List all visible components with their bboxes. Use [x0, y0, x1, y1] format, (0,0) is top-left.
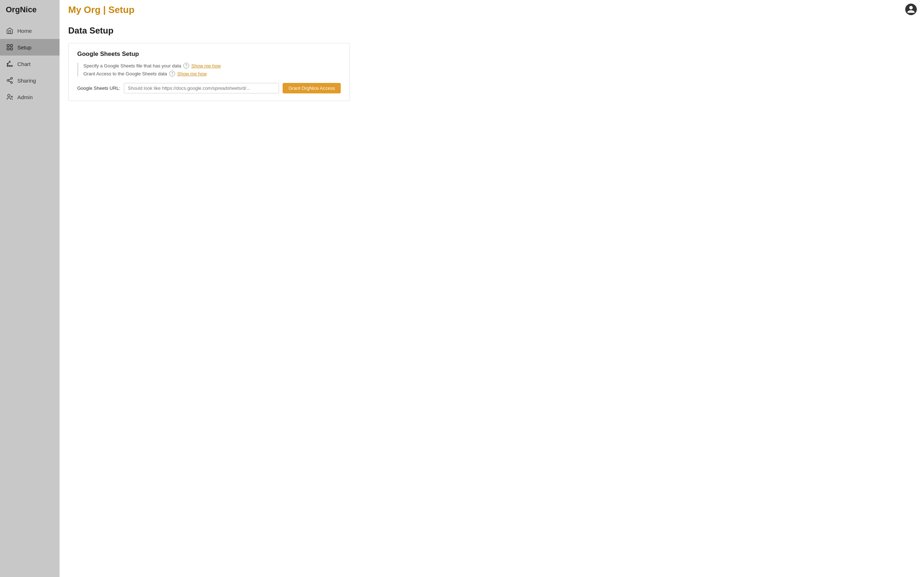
setup-icon [6, 43, 14, 51]
page-header-title: My Org | Setup [68, 4, 915, 16]
user-icon [907, 5, 915, 14]
google-sheets-url-input[interactable] [124, 83, 279, 93]
main-content: Data Setup Google Sheets Setup Specify a… [60, 18, 924, 108]
svg-point-18 [8, 95, 10, 97]
show-me-how-link-2[interactable]: Show me how [177, 71, 207, 76]
url-row: Google Sheets URL: Grant OrgNice Access [77, 83, 341, 93]
svg-line-9 [8, 62, 10, 64]
svg-point-15 [11, 82, 13, 83]
sidebar-label-admin: Admin [17, 94, 33, 100]
sidebar-label-home: Home [17, 28, 32, 34]
user-avatar-button[interactable] [905, 3, 917, 15]
show-me-how-link-1[interactable]: Show me how [191, 63, 221, 69]
svg-rect-0 [7, 45, 10, 47]
main-content-area: My Org | Setup Data Setup Google Sheets … [60, 0, 924, 577]
svg-rect-3 [10, 48, 13, 50]
grant-access-button[interactable]: Grant OrgNice Access [283, 83, 341, 93]
sidebar: OrgNice Home Setup [0, 0, 60, 577]
help-icon-1[interactable]: ? [183, 63, 189, 69]
svg-rect-1 [10, 45, 13, 47]
svg-rect-2 [7, 48, 10, 50]
help-icon-2[interactable]: ? [169, 71, 175, 76]
logo-nice: Nice [20, 5, 36, 14]
instruction-line-1: Specify a Google Sheets file that has yo… [83, 63, 341, 69]
app-logo: OrgNice [0, 0, 60, 19]
main-header: My Org | Setup [60, 0, 924, 18]
svg-point-19 [11, 96, 12, 97]
sidebar-label-setup: Setup [17, 44, 31, 50]
sidebar-item-setup[interactable]: Setup [0, 39, 60, 56]
svg-line-17 [9, 79, 11, 80]
instruction-text-1: Specify a Google Sheets file that has yo… [83, 63, 181, 69]
section-title: Google Sheets Setup [77, 50, 341, 58]
instructions-block: Specify a Google Sheets file that has yo… [77, 63, 341, 76]
sidebar-item-chart[interactable]: Chart [0, 56, 60, 72]
svg-point-14 [7, 80, 9, 82]
sidebar-nav: Home Setup [0, 19, 60, 105]
home-icon [6, 27, 14, 35]
sidebar-item-home[interactable]: Home [0, 23, 60, 39]
sharing-icon [6, 76, 14, 84]
svg-point-13 [11, 77, 13, 79]
sidebar-label-chart: Chart [17, 61, 31, 67]
admin-icon [6, 93, 14, 101]
google-sheets-setup-card: Google Sheets Setup Specify a Google She… [68, 43, 350, 101]
page-title: Data Setup [68, 26, 915, 36]
instruction-line-2: Grant Access to the Google Sheets data ?… [83, 71, 341, 76]
logo-org: Org [6, 5, 20, 14]
chart-icon [6, 60, 14, 68]
instruction-text-2: Grant Access to the Google Sheets data [83, 71, 167, 76]
url-label: Google Sheets URL: [77, 85, 120, 91]
user-avatar-area [905, 3, 917, 15]
sidebar-item-sharing[interactable]: Sharing [0, 72, 60, 89]
svg-line-16 [9, 81, 11, 82]
sidebar-label-sharing: Sharing [17, 77, 36, 84]
sidebar-item-admin[interactable]: Admin [0, 89, 60, 105]
